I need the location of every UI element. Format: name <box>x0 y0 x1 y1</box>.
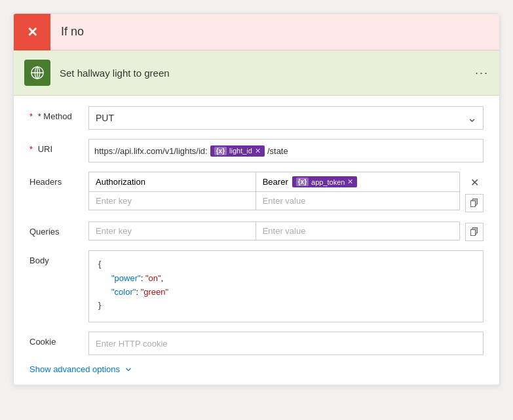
headers-side-buttons: ✕ 🗍 <box>465 172 484 212</box>
table-row: Enter key Enter value <box>89 192 460 210</box>
header-value-cell-2[interactable]: Enter value <box>256 192 459 210</box>
cookie-row: Cookie Enter HTTP cookie <box>29 332 484 355</box>
method-select-wrapper: PUT GET POST DELETE PATCH ⌄ <box>88 106 484 130</box>
table-row: Enter key Enter value <box>89 222 460 240</box>
body-row: Body { "power": "on", "color": "green" } <box>29 250 484 322</box>
method-label-text: * Method <box>38 111 72 121</box>
cookie-control: Enter HTTP cookie <box>88 332 484 355</box>
json-line-1: "power": "on", <box>98 272 474 286</box>
json-colon-2: : <box>136 287 140 297</box>
headers-outer: Authorization Bearer {x} app_token ✕ <box>88 172 484 212</box>
globe-icon <box>30 66 45 80</box>
token-icon-2: {x} <box>296 178 309 186</box>
json-key-power: "power" <box>111 273 141 283</box>
required-star-uri: * <box>29 144 33 154</box>
json-comma-1: , <box>161 273 164 283</box>
main-card: ✕ If no Set hallway light to green ··· *… <box>13 13 500 385</box>
queries-control: Enter key Enter value 🗍 <box>88 221 484 241</box>
close-button[interactable]: ✕ <box>14 14 50 50</box>
body-field[interactable]: { "power": "on", "color": "green" } <box>88 250 484 322</box>
query-key-cell[interactable]: Enter key <box>89 222 256 240</box>
token-label: light_id <box>229 147 252 155</box>
json-value-color: "green" <box>141 287 168 297</box>
header-value-inner-1: Bearer {x} app_token ✕ <box>263 176 453 187</box>
method-label: * * Method <box>29 106 88 121</box>
queries-copy-button[interactable]: 🗍 <box>465 223 484 241</box>
app-token-label: app_token <box>311 178 345 186</box>
uri-label: * URI <box>29 139 88 154</box>
advanced-link-text: Show advanced options <box>29 364 120 374</box>
token-remove-icon[interactable]: ✕ <box>255 147 261 155</box>
method-control: PUT GET POST DELETE PATCH ⌄ <box>88 106 484 130</box>
page-title: If no <box>61 25 84 39</box>
json-colon-1: : <box>141 273 145 283</box>
queries-side-buttons: 🗍 <box>465 221 484 241</box>
headers-label: Headers <box>29 172 88 187</box>
uri-field[interactable]: https://api.lifx.com/v1/lights/id: {x} l… <box>88 139 484 162</box>
queries-row: Queries Enter key Enter value <box>29 221 484 241</box>
headers-row: Headers Authorization Bearer {x} app_ <box>29 172 484 212</box>
action-header: Set hallway light to green ··· <box>14 50 499 96</box>
app-token-remove-icon[interactable]: ✕ <box>347 178 353 186</box>
body-label: Body <box>29 250 88 265</box>
header-value-cell-1: Bearer {x} app_token ✕ <box>256 172 459 192</box>
header-key-cell-1[interactable]: Authorization <box>89 172 256 192</box>
table-row: Authorization Bearer {x} app_token ✕ <box>89 172 460 192</box>
headers-remove-button[interactable]: ✕ <box>465 173 484 191</box>
json-close-brace: } <box>98 300 101 310</box>
chevron-down-advanced-icon <box>124 365 133 374</box>
required-star-method: * <box>29 111 33 121</box>
query-value-cell[interactable]: Enter value <box>256 222 459 240</box>
query-value-placeholder: Enter value <box>263 226 306 236</box>
json-open-brace: { <box>98 259 101 269</box>
bearer-text: Bearer <box>263 177 288 187</box>
cookie-placeholder: Enter HTTP cookie <box>96 339 168 349</box>
header-value-placeholder: Enter value <box>263 196 306 206</box>
form-area: * * Method PUT GET POST DELETE PATCH ⌄ <box>14 96 499 385</box>
body-control: { "power": "on", "color": "green" } <box>88 250 484 322</box>
method-row: * * Method PUT GET POST DELETE PATCH ⌄ <box>29 106 484 130</box>
header-key-placeholder: Enter key <box>96 196 132 206</box>
app-token-chip[interactable]: {x} app_token ✕ <box>292 176 358 187</box>
light-id-token[interactable]: {x} light_id ✕ <box>210 145 265 157</box>
uri-label-text: URI <box>38 144 52 154</box>
json-value-power: "on" <box>145 273 161 283</box>
more-options-button[interactable]: ··· <box>475 66 489 80</box>
uri-control: https://api.lifx.com/v1/lights/id: {x} l… <box>88 139 484 162</box>
json-key-color: "color" <box>111 287 136 297</box>
headers-copy-button[interactable]: 🗍 <box>465 194 484 212</box>
uri-prefix-text: https://api.lifx.com/v1/lights/id: <box>94 146 208 156</box>
close-icon: ✕ <box>27 24 38 40</box>
uri-suffix-text: /state <box>267 146 288 156</box>
queries-table: Enter key Enter value <box>88 221 460 240</box>
show-advanced-link[interactable]: Show advanced options <box>29 364 484 374</box>
json-line-2: "color": "green" <box>98 286 474 299</box>
queries-label: Queries <box>29 221 88 237</box>
query-key-placeholder: Enter key <box>96 226 132 236</box>
action-title: Set hallway light to green <box>60 67 170 79</box>
uri-row: * URI https://api.lifx.com/v1/lights/id:… <box>29 139 484 162</box>
cookie-label: Cookie <box>29 332 88 347</box>
method-select[interactable]: PUT GET POST DELETE PATCH <box>88 106 484 130</box>
action-icon-wrapper <box>24 60 50 86</box>
queries-outer: Enter key Enter value 🗍 <box>88 221 484 241</box>
token-icon: {x} <box>214 147 227 155</box>
cookie-field[interactable]: Enter HTTP cookie <box>88 332 484 355</box>
header-key-cell-2[interactable]: Enter key <box>89 192 256 210</box>
headers-table: Authorization Bearer {x} app_token ✕ <box>88 172 460 210</box>
title-bar: ✕ If no <box>14 14 499 50</box>
headers-control: Authorization Bearer {x} app_token ✕ <box>88 172 484 212</box>
